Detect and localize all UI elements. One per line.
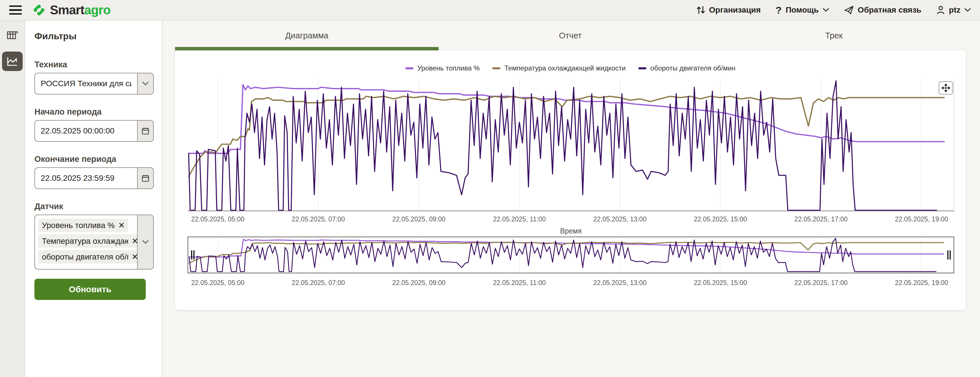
navigator-x-ticks: 22.05.2025, 05:0022.05.2025, 07:0022.05.… [188, 279, 954, 287]
user-icon [936, 5, 945, 14]
chip-remove-icon[interactable]: ✕ [118, 220, 125, 230]
technika-select[interactable]: РОССИЯ Техники для си [34, 73, 154, 95]
navigator-chart-svg [188, 237, 954, 273]
x-tick-label: 22.05.2025, 17:00 [784, 279, 858, 287]
x-tick-label: 22.05.2025, 19:00 [884, 279, 959, 287]
hamburger-menu-icon[interactable] [9, 5, 22, 14]
filters-sidebar: Фильтры Техника РОССИЯ Техники для си На… [25, 21, 162, 377]
update-button[interactable]: Обновить [34, 279, 146, 300]
paper-plane-icon [844, 5, 854, 14]
legend-item-1[interactable]: Температура охлаждающей жидкости [492, 64, 626, 72]
sensor-dropdown-button[interactable] [137, 215, 154, 269]
logo-text: Smartagro [50, 3, 110, 17]
x-axis-title: Время [188, 227, 954, 235]
swap-arrows-icon [697, 5, 705, 14]
legend-label: Температура охлаждающей жидкости [504, 64, 626, 72]
chevron-down-icon [964, 8, 971, 12]
feedback-menu[interactable]: Обратная связь [844, 5, 921, 14]
chip-remove-icon[interactable]: ✕ [132, 236, 137, 246]
rail-chart-view-button[interactable] [2, 52, 23, 71]
rail-table-view-button[interactable] [2, 26, 23, 46]
user-menu[interactable]: ptz [936, 5, 971, 14]
legend-swatch-icon [492, 67, 500, 69]
main-chart-svg [188, 80, 954, 211]
period-start-label: Начало периода [34, 107, 153, 117]
x-tick-label: 22.05.2025, 13:00 [583, 279, 657, 287]
sensor-chip: Уровень топлива %✕ [38, 219, 128, 232]
smartagro-logo-icon [32, 3, 46, 17]
legend-swatch-icon [406, 67, 414, 69]
main-chart-x-ticks: 22.05.2025, 05:0022.05.2025, 07:0022.05.… [188, 215, 954, 223]
feedback-label: Обратная связь [858, 5, 921, 14]
filters-title: Фильтры [34, 31, 153, 41]
move-arrows-icon [942, 84, 950, 92]
sensor-chip-label: Температура охлаждающей жидкости [42, 236, 128, 246]
x-tick-label: 22.05.2025, 17:00 [784, 215, 858, 223]
question-mark-icon: ? [776, 5, 782, 16]
sensor-multiselect[interactable]: Уровень топлива %✕ Температура охлаждающ… [34, 215, 154, 269]
calendar-icon [142, 127, 150, 135]
legend-label: обороты двигателя об/мин [651, 64, 736, 72]
main-chart-plot[interactable] [188, 80, 954, 211]
legend-item-0[interactable]: Уровень топлива % [406, 64, 480, 72]
legend-item-2[interactable]: обороты двигателя об/мин [638, 64, 736, 72]
sensor-chip: Температура охлаждающей жидкости✕ [38, 234, 137, 248]
tab-bar: Диаграмма Отчет Трек [175, 21, 966, 51]
period-start-field[interactable]: 22.05.2025 00:00:00 [34, 120, 154, 142]
sensor-chips-box[interactable]: Уровень топлива %✕ Температура охлаждающ… [34, 215, 137, 269]
period-end-field[interactable]: 22.05.2025 23:59:59 [34, 167, 154, 189]
main-content: Диаграмма Отчет Трек Уровень топлива %Те… [162, 21, 980, 377]
tab-track[interactable]: Трек [702, 21, 966, 51]
technika-select-value: РОССИЯ Техники для си [41, 79, 131, 88]
app-window: Smartagro Организация ? Помощь Обрат [0, 0, 980, 377]
period-end-calendar-button[interactable] [137, 167, 154, 189]
username-label: ptz [949, 5, 961, 14]
chevron-down-icon [823, 8, 829, 12]
period-start-value: 22.05.2025 00:00:00 [41, 126, 115, 136]
legend-swatch-icon [638, 67, 646, 69]
x-tick-label: 22.05.2025, 05:00 [180, 279, 255, 287]
x-tick-label: 22.05.2025, 15:00 [683, 279, 758, 287]
chevron-down-icon [142, 240, 149, 244]
top-header: Smartagro Организация ? Помощь Обрат [0, 0, 980, 21]
period-end-label: Окончание периода [34, 154, 153, 164]
x-tick-label: 22.05.2025, 15:00 [683, 215, 758, 223]
period-end-input[interactable]: 22.05.2025 23:59:59 [34, 167, 137, 189]
line-chart-icon [6, 56, 18, 67]
smartagro-logo[interactable]: Smartagro [32, 3, 110, 17]
table-grid-icon [7, 31, 18, 41]
x-tick-label: 22.05.2025, 19:00 [884, 215, 959, 223]
x-tick-label: 22.05.2025, 07:00 [281, 215, 356, 223]
chart-card: Уровень топлива %Температура охлаждающей… [175, 51, 966, 310]
technika-label: Техника [34, 60, 153, 69]
period-start-input[interactable]: 22.05.2025 00:00:00 [34, 120, 137, 142]
technika-select-dropdown-button[interactable] [137, 73, 154, 95]
chart-pan-button[interactable] [939, 81, 953, 95]
navigator-chart[interactable] [188, 237, 954, 273]
help-label: Помощь [786, 5, 818, 14]
period-start-calendar-button[interactable] [137, 120, 154, 142]
navigator-right-handle[interactable] [947, 250, 951, 260]
x-tick-label: 22.05.2025, 11:00 [482, 279, 557, 287]
x-tick-label: 22.05.2025, 13:00 [583, 215, 657, 223]
period-end-value: 22.05.2025 23:59:59 [41, 174, 115, 183]
calendar-icon [142, 174, 150, 182]
header-nav: Организация ? Помощь Обратная связь ptz [697, 5, 971, 16]
navigator-left-handle[interactable] [191, 250, 194, 260]
sensor-chip: обороты двигателя об/мин✕ [38, 250, 137, 263]
sensor-chip-label: обороты двигателя об/мин [42, 252, 128, 262]
chip-remove-icon[interactable]: ✕ [132, 252, 137, 262]
help-menu[interactable]: ? Помощь [776, 5, 829, 16]
x-tick-label: 22.05.2025, 05:00 [180, 215, 255, 223]
sensor-chip-label: Уровень топлива % [42, 220, 115, 230]
x-tick-label: 22.05.2025, 07:00 [281, 279, 356, 287]
x-tick-label: 22.05.2025, 09:00 [382, 279, 456, 287]
technika-select-value-box[interactable]: РОССИЯ Техники для си [34, 73, 137, 95]
chevron-down-icon [142, 82, 149, 86]
x-tick-label: 22.05.2025, 11:00 [482, 215, 557, 223]
organization-menu[interactable]: Организация [697, 5, 761, 14]
icon-rail [0, 21, 25, 377]
tab-diagram[interactable]: Диаграмма [175, 21, 439, 51]
tab-report[interactable]: Отчет [439, 21, 702, 51]
sensor-label: Датчик [34, 202, 153, 211]
